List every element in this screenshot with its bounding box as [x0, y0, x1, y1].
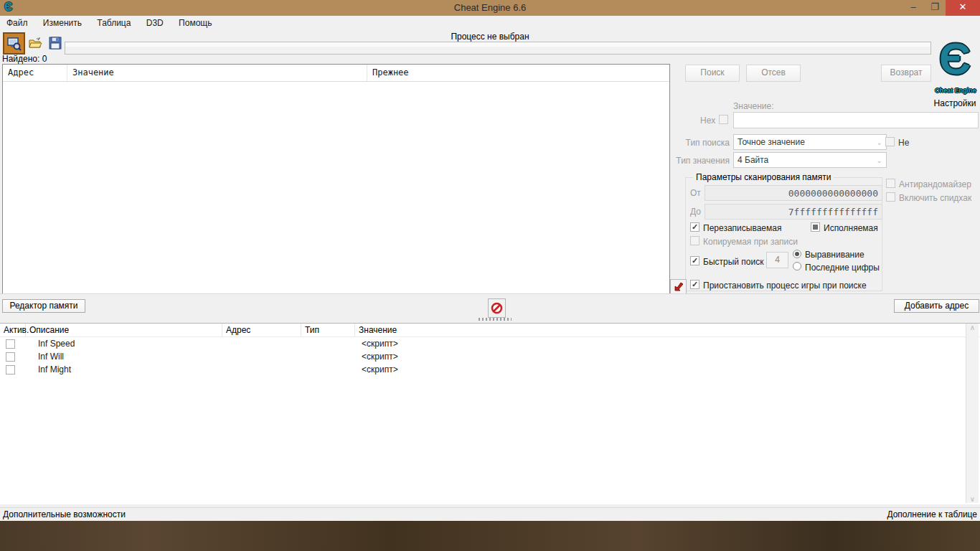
title-bar: Є Cheat Engine 6.6 – ❐ ✕	[0, 0, 980, 16]
table-row[interactable]: Inf Speed <скрипт>	[0, 337, 980, 350]
no-entry-icon	[491, 302, 503, 314]
executable-checkbox[interactable]	[811, 222, 820, 232]
cheat-table-header: Актив. Описание Адрес Тип Значение	[0, 324, 980, 337]
writable-checkbox[interactable]: ✓	[690, 222, 699, 232]
cheat-table-list[interactable]: Актив. Описание Адрес Тип Значение Inf S…	[0, 323, 980, 504]
add-address-button[interactable]: Добавить адрес	[894, 299, 979, 313]
red-arrow-icon	[674, 282, 684, 292]
radio-dot-icon	[795, 252, 799, 256]
value-type-label: Тип значения	[659, 156, 730, 166]
col-description[interactable]: Описание	[26, 324, 222, 336]
taskbar: e Диспетчер задач Загрузки T	[0, 521, 980, 551]
close-button[interactable]: ✕	[946, 0, 980, 16]
pause-game-label: Приостановить процесс игры при поиске	[703, 281, 867, 291]
fast-scan-checkbox[interactable]: ✓	[690, 256, 699, 265]
scan-progress-bar	[65, 42, 931, 55]
not-checkbox[interactable]	[885, 137, 895, 146]
scan-stop-label: До	[690, 207, 701, 217]
unrandomizer-label: Антирандомайзер	[899, 179, 971, 189]
script-checkbox[interactable]	[6, 339, 15, 349]
chevron-down-icon: ⌄	[877, 138, 882, 146]
found-address-list[interactable]: Адрес Значение Прежнее	[2, 64, 670, 294]
alignment-radio[interactable]	[793, 250, 801, 258]
check-icon: ✓	[692, 280, 698, 288]
hex-checkbox[interactable]	[719, 115, 728, 124]
found-col-value[interactable]: Значение	[67, 65, 367, 81]
chevron-down-icon: ⌄	[877, 156, 882, 164]
col-value[interactable]: Значение	[355, 324, 980, 336]
row-description: Inf Speed	[15, 339, 229, 349]
menu-edit[interactable]: Изменить	[37, 16, 88, 28]
settings-link[interactable]: Настройки	[931, 98, 979, 108]
row-description: Inf Will	[15, 352, 229, 362]
scroll-down-icon[interactable]: ∨	[970, 495, 975, 503]
menu-help[interactable]: Помощь	[172, 16, 218, 28]
col-type[interactable]: Тип	[301, 324, 355, 336]
scroll-up-icon[interactable]: ∧	[970, 324, 975, 331]
scan-start-label: От	[690, 188, 701, 198]
indeterminate-icon	[813, 225, 818, 230]
process-status-label: Процесс не выбран	[0, 32, 980, 42]
scan-type-label: Тип поиска	[667, 138, 730, 148]
row-value: <скрипт>	[362, 352, 398, 362]
table-extras-label[interactable]: Дополнение к таблице	[887, 509, 977, 519]
writable-label: Перезаписываемая	[703, 223, 781, 233]
memory-view-button[interactable]: Редактор памяти	[2, 299, 85, 313]
found-col-address[interactable]: Адрес	[3, 65, 67, 81]
menu-file[interactable]: Файл	[0, 16, 34, 28]
menu-bar: Файл Изменить Таблица D3D Помощь	[0, 16, 980, 31]
advanced-options-label[interactable]: Дополнительные возможности	[3, 509, 126, 519]
last-digits-radio[interactable]	[793, 262, 801, 270]
logo-caption: Cheat Engine	[932, 87, 979, 94]
script-checkbox[interactable]	[6, 365, 15, 375]
row-value: <скрипт>	[362, 339, 398, 349]
copy-on-write-label: Копируемая при записи	[703, 237, 798, 247]
menu-d3d[interactable]: D3D	[140, 16, 170, 28]
window-title: Cheat Engine 6.6	[0, 2, 980, 13]
speedhack-label: Включить спидхак	[899, 193, 971, 203]
minimize-button[interactable]: –	[903, 0, 924, 16]
row-value: <скрипт>	[362, 364, 398, 375]
scan-stop-input[interactable]: 7fffffffffffffff	[705, 204, 882, 220]
col-active[interactable]: Актив.	[0, 324, 26, 336]
next-scan-button[interactable]: Отсев	[746, 65, 801, 82]
not-label: Не	[898, 138, 909, 148]
last-digits-label: Последние цифры	[805, 263, 880, 273]
alignment-label: Выравнивание	[805, 250, 864, 260]
cheat-engine-logo: Є	[930, 36, 979, 90]
fast-scan-alignment-input[interactable]: 4	[766, 252, 788, 268]
vertical-scrollbar[interactable]: ∧ ∨	[966, 324, 979, 503]
unrandomizer-checkbox[interactable]	[886, 179, 895, 188]
scan-start-input[interactable]: 0000000000000000	[705, 185, 882, 201]
block-list-button[interactable]	[488, 298, 506, 318]
found-count-label: Найдено: 0	[2, 54, 47, 64]
value-type-dropdown[interactable]: 4 Байта ⌄	[733, 152, 887, 168]
pause-game-checkbox[interactable]: ✓	[690, 280, 699, 289]
found-list-header: Адрес Значение Прежнее	[3, 65, 669, 82]
value-type-value: 4 Байта	[738, 155, 768, 165]
scan-value-input[interactable]	[733, 112, 979, 128]
copy-on-write-checkbox[interactable]	[690, 236, 699, 245]
check-icon: ✓	[692, 222, 698, 231]
menu-table[interactable]: Таблица	[90, 16, 137, 28]
first-scan-button[interactable]: Поиск	[685, 65, 740, 82]
col-address[interactable]: Адрес	[222, 324, 301, 336]
copy-to-addresslist-button[interactable]	[670, 279, 687, 295]
undo-scan-button[interactable]: Возврат	[881, 65, 931, 82]
cheat-engine-logo-icon: Є	[939, 34, 971, 83]
scan-type-value: Точное значение	[738, 137, 805, 147]
value-label: Значение:	[733, 101, 774, 111]
footer-bar	[0, 507, 980, 522]
memory-scan-options-title: Параметры сканирования памяти	[693, 172, 834, 182]
script-checkbox[interactable]	[6, 352, 15, 362]
minimize-icon: –	[910, 1, 915, 12]
hex-label: Hex	[700, 116, 715, 126]
speedhack-checkbox[interactable]	[886, 192, 895, 202]
found-col-previous[interactable]: Прежнее	[367, 65, 669, 81]
table-row[interactable]: Inf Will <скрипт>	[0, 350, 980, 363]
table-row[interactable]: Inf Might <скрипт>	[0, 363, 980, 376]
scan-type-dropdown[interactable]: Точное значение ⌄	[733, 134, 887, 150]
splitter-handle[interactable]	[479, 318, 512, 321]
restore-button[interactable]: ❐	[924, 0, 946, 16]
fast-scan-label: Быстрый поиск	[703, 257, 763, 267]
